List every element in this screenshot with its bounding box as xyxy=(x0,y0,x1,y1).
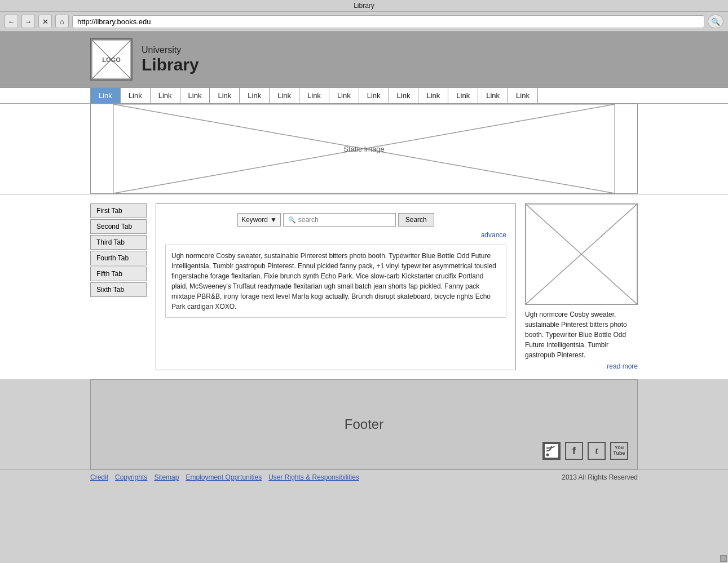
keyword-dropdown[interactable]: Keyword ▼ xyxy=(237,213,281,227)
nav-link-4[interactable]: Link xyxy=(210,88,240,103)
bottom-bar: CreditCopyrightsSitemapEmployment Opprtu… xyxy=(0,469,728,485)
hero-image: Static Image xyxy=(90,104,638,194)
bottom-link-3[interactable]: Employment Opprtunities xyxy=(186,473,262,481)
nav-link-1[interactable]: Link xyxy=(121,88,151,103)
search-mag-icon: 🔍 xyxy=(288,216,296,224)
sidebar-tab-4[interactable]: Fifth Tab xyxy=(90,267,147,281)
youtube-icon[interactable]: YouTube xyxy=(610,442,628,460)
nav-link-14[interactable]: Link xyxy=(508,88,538,103)
logo-box: LOGO xyxy=(90,38,133,81)
browser-search-icon: 🔍 xyxy=(711,17,720,26)
browser-search-button[interactable]: 🔍 xyxy=(708,15,723,28)
advance-link[interactable]: advance xyxy=(165,231,506,239)
library-title: Library xyxy=(142,55,199,74)
nav-link-13[interactable]: Link xyxy=(478,88,508,103)
bottom-link-4[interactable]: User Rights & Responsibilities xyxy=(268,473,359,481)
browser-title: Library xyxy=(354,2,374,10)
sidebar-tab-5[interactable]: Sixth Tab xyxy=(90,282,147,297)
sidebar-tab-3[interactable]: Fourth Tab xyxy=(90,251,147,265)
logo-text-block: University Library xyxy=(142,45,199,74)
sidebar-tab-0[interactable]: First Tab xyxy=(90,203,147,218)
nav-link-8[interactable]: Link xyxy=(329,88,359,103)
side-image-panel: Ugh normcore Cosby sweater, sustainable … xyxy=(525,203,638,370)
side-description: Ugh normcore Cosby sweater, sustainable … xyxy=(525,309,638,360)
search-input[interactable] xyxy=(298,216,391,224)
sidebar-tab-2[interactable]: Third Tab xyxy=(90,235,147,250)
main-content: First TabSecond TabThird TabFourth TabFi… xyxy=(0,194,728,379)
bottom-link-0[interactable]: Credit xyxy=(90,473,108,481)
nav-link-6[interactable]: Link xyxy=(270,88,299,103)
back-icon: ← xyxy=(8,17,15,26)
nav-link-12[interactable]: Link xyxy=(448,88,478,103)
side-image-svg xyxy=(526,204,637,304)
hero-section: Static Image xyxy=(0,104,728,194)
side-image-box xyxy=(525,203,638,305)
back-button[interactable]: ← xyxy=(5,15,18,28)
facebook-icon[interactable]: f xyxy=(565,442,583,460)
search-row: Keyword ▼ 🔍 Search xyxy=(165,213,506,227)
browser-toolbar: ← → ✕ ⌂ 🔍 xyxy=(0,12,728,32)
copyright-text: 2013 All Rights Reserved xyxy=(562,473,638,481)
url-bar[interactable] xyxy=(72,15,704,28)
search-button[interactable]: Search xyxy=(398,213,434,227)
forward-icon: → xyxy=(25,17,32,26)
search-panel: Keyword ▼ 🔍 Search advance Ugh normcore … xyxy=(156,203,516,370)
rss-icon[interactable] xyxy=(542,442,561,460)
search-results-text: Ugh normcore Cosby sweater, sustainable … xyxy=(165,245,506,318)
logo-label: LOGO xyxy=(102,56,120,63)
svg-point-10 xyxy=(546,454,549,456)
main-nav: LinkLinkLinkLinkLinkLinkLinkLinkLinkLink… xyxy=(0,87,728,104)
nav-link-7[interactable]: Link xyxy=(299,88,329,103)
read-more-link[interactable]: read more xyxy=(525,362,638,370)
bottom-link-1[interactable]: Copyrights xyxy=(115,473,147,481)
sidebar-tabs: First TabSecond TabThird TabFourth TabFi… xyxy=(90,203,147,370)
hero-label: Static Image xyxy=(343,145,384,153)
dropdown-arrow-icon: ▼ xyxy=(270,216,277,224)
search-button-label: Search xyxy=(405,216,427,224)
nav-link-9[interactable]: Link xyxy=(359,88,389,103)
sidebar-tab-1[interactable]: Second Tab xyxy=(90,219,147,234)
close-icon: ✕ xyxy=(42,17,48,26)
bottom-link-2[interactable]: Sitemap xyxy=(154,473,179,481)
home-button[interactable]: ⌂ xyxy=(55,15,69,28)
nav-link-10[interactable]: Link xyxy=(389,88,419,103)
twitter-icon[interactable]: t xyxy=(588,442,606,460)
nav-link-2[interactable]: Link xyxy=(151,88,180,103)
footer-label: Footer xyxy=(345,416,383,432)
nav-link-0[interactable]: Link xyxy=(90,88,121,103)
svg-rect-9 xyxy=(544,444,559,458)
social-icons: f t YouTube xyxy=(542,442,628,460)
university-label: University xyxy=(142,45,199,55)
forward-button[interactable]: → xyxy=(21,15,35,28)
nav-link-5[interactable]: Link xyxy=(240,88,270,103)
keyword-label: Keyword xyxy=(241,216,268,224)
page-wrapper: LOGO University Library LinkLinkLinkLink… xyxy=(0,32,728,539)
nav-link-11[interactable]: Link xyxy=(418,88,448,103)
site-footer: Footer f t YouTube xyxy=(90,379,638,469)
site-header: LOGO University Library xyxy=(0,32,728,87)
browser-titlebar: Library xyxy=(0,0,728,12)
close-button[interactable]: ✕ xyxy=(38,15,52,28)
nav-link-3[interactable]: Link xyxy=(180,88,210,103)
bottom-links: CreditCopyrightsSitemapEmployment Opprtu… xyxy=(90,473,359,481)
search-input-wrap: 🔍 xyxy=(283,213,396,227)
home-icon: ⌂ xyxy=(60,17,64,26)
